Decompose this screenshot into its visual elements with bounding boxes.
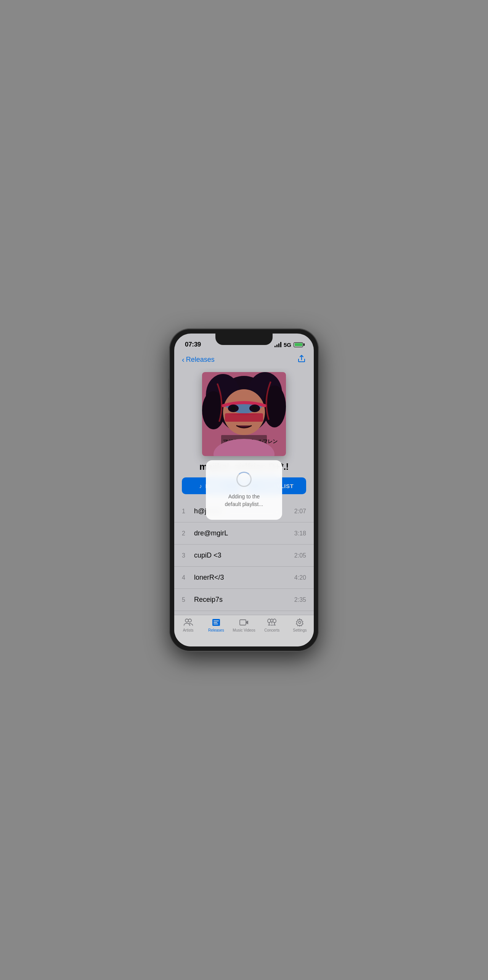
loading-spinner — [236, 472, 252, 487]
loading-text: Adding to the default playlist... — [221, 493, 267, 508]
phone-screen: 07:39 5G ‹ Releases — [174, 334, 314, 646]
notch — [215, 334, 273, 345]
phone-frame: 07:39 5G ‹ Releases — [170, 329, 318, 651]
loading-card: Adding to the default playlist... — [206, 460, 282, 519]
loading-overlay: Adding to the default playlist... — [174, 334, 314, 646]
